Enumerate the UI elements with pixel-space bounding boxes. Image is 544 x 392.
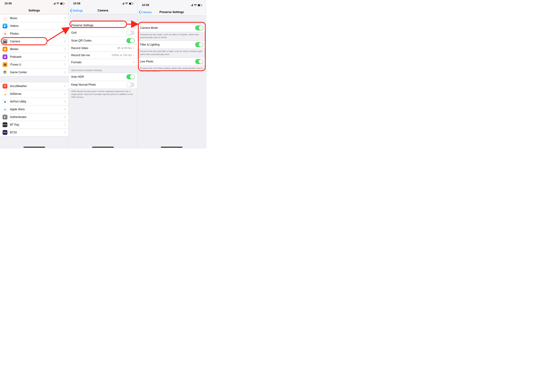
gamecenter-icon [3,70,7,75]
battery-icon [60,3,65,5]
row-label: Camera Mode [140,26,195,30]
back-button[interactable]: Camera [139,9,152,16]
row-grid[interactable]: Grid [69,29,137,37]
hdr-section-footer: HDR blends the best parts of three separ… [69,89,137,100]
toggle-mode[interactable] [195,25,203,30]
row-footer-filter: Preserve the last used filter or light, … [137,49,206,57]
settings-item-ibooks[interactable]: ▣iBooks [0,45,68,53]
row-label: Filter & Lighting [140,43,195,46]
settings-item-videos[interactable]: ▶Videos [0,22,68,30]
home-indicator[interactable] [161,147,183,148]
chevron-right-icon [65,100,66,103]
row-keep[interactable]: Keep Normal Photo [69,81,137,89]
settings-item-btpay[interactable]: BTPayBT Pay [0,121,68,129]
chevron-right-icon [65,93,66,95]
settings-item-bt24[interactable]: BT24BT24 [0,129,68,136]
toggle-qr[interactable] [126,38,135,43]
svg-rect-3 [55,3,55,5]
item-label: Game Center [10,71,65,74]
toggle-filter[interactable] [195,42,203,47]
row-filter[interactable]: Filter & Lighting [137,41,206,49]
settings-item-music[interactable]: ♫Music [0,14,68,22]
item-label: AirPort Utility [10,100,65,103]
row-label: Record Slo-mo [71,54,112,57]
svg-rect-13 [133,3,133,4]
screen-settings: 10:59 Settings ♫Music▶Videos✿Photos📷Came… [0,0,69,149]
settings-item-airport[interactable]: ◉AirPort Utility [0,98,68,105]
row-detail: 1080p at 240 fps [112,54,132,57]
svg-rect-20 [202,5,202,6]
settings-item-camera[interactable]: 📷Camera [0,37,68,45]
svg-rect-15 [191,5,191,6]
item-label: BT24 [10,131,65,134]
item-label: AdSense [10,92,65,96]
camera-settings-list[interactable]: Preserve SettingsGridScan QR CodesRecord… [69,14,137,149]
chevron-right-icon [65,63,66,66]
item-label: AccuWeather [10,85,65,88]
home-indicator[interactable] [92,147,114,148]
wifi-icon [56,3,59,5]
settings-item-itunesu[interactable]: 🎓iTunes U [0,61,68,68]
row-recslomo[interactable]: Record Slo-mo1080p at 240 fps [69,52,137,59]
svg-rect-12 [129,3,131,4]
row-formats[interactable]: Formats [69,59,137,66]
toggle-keep[interactable] [126,82,135,87]
svg-rect-6 [64,3,65,4]
row-live[interactable]: Live Photo [137,58,206,65]
svg-rect-7 [121,4,122,5]
statusbar-time: 10:59 [5,2,12,5]
bt24-icon: BT24 [3,130,7,135]
accuweather-icon: ☀ [3,84,7,88]
row-preserve[interactable]: Preserve Settings [69,22,137,29]
item-label: BT Pay [10,123,65,127]
settings-item-gamecenter[interactable]: Game Center [0,68,68,76]
item-label: Apple Store [10,108,65,111]
row-label: Grid [71,31,126,35]
row-auto[interactable]: Auto HDR [69,73,137,81]
item-label: Camera [10,40,65,43]
battery-icon [198,4,202,6]
chevron-right-icon [65,25,66,27]
toggle-live[interactable] [195,59,203,64]
settings-item-applestore[interactable]: 🛍Apple Store [0,105,68,113]
row-footer-live: Preserve the Live Photo setting, rather … [137,66,206,74]
toggle-auto[interactable] [126,74,135,79]
home-indicator[interactable] [24,147,45,148]
settings-item-authenticator[interactable]: ◐Authenticator [0,113,68,121]
settings-item-podcasts[interactable]: ◉Podcasts [0,53,68,61]
camera-icon: 📷 [3,39,7,44]
chevron-right-icon [65,131,66,133]
battery-icon [129,3,133,5]
statusbar: 10:58 [69,0,137,7]
statusbar-time: 10:58 [73,2,80,5]
back-button[interactable]: Settings [70,7,83,14]
svg-rect-0 [53,4,53,5]
row-footer-mode: Preserve the last mode, such as Video or… [137,32,206,40]
settings-item-accuweather[interactable]: ☀AccuWeather [0,82,68,90]
authenticator-icon: ◐ [3,115,7,119]
page-title: Settings [29,9,40,12]
svg-rect-9 [123,3,123,5]
svg-rect-17 [192,4,193,6]
statusbar-icons [121,3,133,5]
statusbar-icons [190,4,202,6]
toggle-grid[interactable] [126,30,135,35]
settings-item-photos[interactable]: ✿Photos [0,30,68,37]
statusbar-time: 10:59 [142,4,149,7]
preserve-settings-list[interactable]: Camera ModePreserve the last mode, such … [137,16,206,149]
row-mode[interactable]: Camera Mode [137,24,206,32]
row-label: Formats [71,61,133,64]
settings-item-adsense[interactable]: ◢AdSense [0,90,68,98]
statusbar: 10:59 [137,0,206,9]
hdr-section-header: HDR (HIGH DYNAMIC RANGE) [69,66,137,73]
settings-list[interactable]: ♫Music▶Videos✿Photos📷Camera▣iBooks◉Podca… [0,14,68,149]
chevron-right-icon [133,47,135,49]
item-label: Photos [10,32,65,35]
chevron-right-icon [133,54,135,56]
chevron-right-icon [65,116,66,118]
row-qr[interactable]: Scan QR Codes [69,37,137,45]
row-label: Keep Normal Photo [71,83,126,86]
row-label: Live Photo [140,60,195,63]
chevron-right-icon [65,56,66,58]
row-recvideo[interactable]: Record Video4K at 60 fps [69,45,137,52]
